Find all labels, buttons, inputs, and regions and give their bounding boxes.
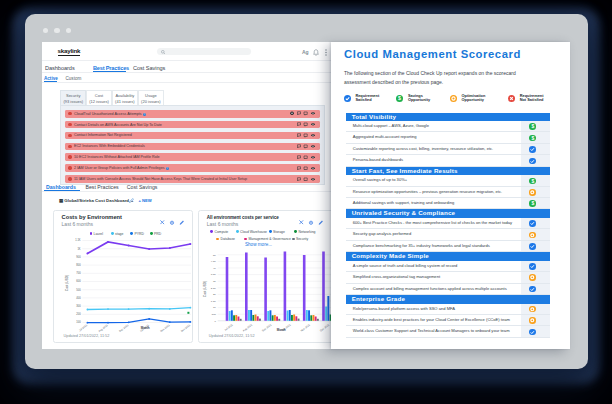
svg-text:$: $ bbox=[398, 95, 401, 101]
